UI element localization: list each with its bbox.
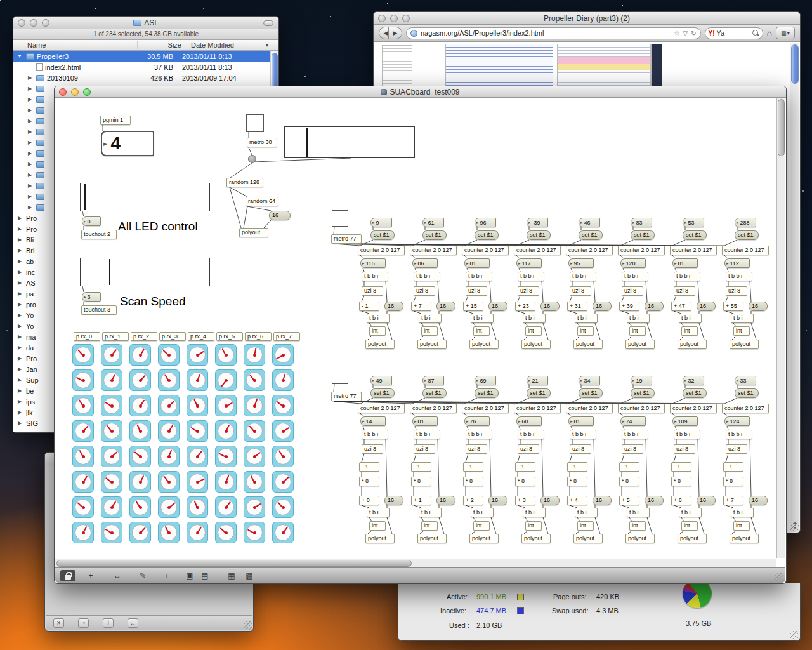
polyout-object[interactable]: polyout (417, 534, 447, 543)
dial-control[interactable] (187, 420, 208, 442)
math-object[interactable]: + 1 (411, 496, 431, 505)
sixteen-message[interactable]: 16 (645, 496, 664, 505)
chain-number-box[interactable]: ▸95 (568, 258, 594, 268)
sixteen-message[interactable]: 16 (697, 496, 716, 505)
dial-control[interactable] (244, 471, 265, 493)
polyout-object[interactable]: polyout (469, 534, 499, 543)
trigger-bbi-object[interactable]: t b b i (466, 272, 492, 281)
url-text[interactable]: nagasm.org/ASL/Propeller3/index2.html (421, 29, 671, 37)
dial-control[interactable] (187, 395, 208, 416)
counter-object[interactable]: counter 2 0 127 (566, 246, 613, 255)
bookmark-star-icon[interactable]: ☆ (674, 30, 679, 37)
disclosure-triangle-icon[interactable]: ▶ (16, 215, 23, 221)
math-object[interactable]: - 1 (515, 462, 535, 472)
int-object[interactable]: int (577, 521, 594, 531)
math-object[interactable]: * 8 (619, 477, 639, 486)
presentation-button[interactable]: ▣ (182, 570, 197, 581)
math-object[interactable]: - 1 (359, 302, 379, 311)
set-message[interactable]: set $1 (579, 388, 603, 398)
set-message[interactable]: set $1 (422, 388, 447, 398)
trigger-bi-object[interactable]: t b i (679, 508, 702, 517)
dial-control[interactable] (272, 369, 294, 391)
set-message[interactable]: set $1 (527, 230, 551, 240)
int-object[interactable]: int (525, 521, 542, 531)
dial-control[interactable] (158, 420, 180, 442)
disclosure-triangle-icon[interactable]: ▶ (16, 377, 23, 383)
chain-number-box[interactable]: ▸83 (631, 218, 652, 227)
counter-object[interactable]: counter 2 0 127 (514, 404, 561, 413)
uzi-object[interactable]: uzi 8 (726, 286, 747, 296)
disclosure-triangle-icon[interactable]: ▶ (26, 140, 34, 145)
prx-subpatch-object[interactable]: p rx_6 (245, 332, 272, 341)
bang-button[interactable] (332, 210, 348, 227)
math-object[interactable]: - 1 (671, 462, 691, 472)
chain-number-box[interactable]: ▸34 (579, 376, 600, 385)
dial-control[interactable] (187, 344, 208, 366)
set-message[interactable]: set $1 (683, 230, 707, 240)
dial-control[interactable] (187, 446, 208, 467)
resize-grip[interactable] (790, 631, 799, 639)
disclosure-triangle-icon[interactable]: ▶ (26, 118, 34, 124)
trigger-bi-object[interactable]: t b i (367, 314, 390, 323)
math-object[interactable]: * 8 (411, 477, 431, 486)
set-message[interactable]: set $1 (527, 388, 551, 398)
dial-control[interactable] (158, 369, 180, 391)
trigger-bi-object[interactable]: t b i (575, 508, 598, 517)
dial-control[interactable] (101, 471, 122, 493)
math-object[interactable]: + 0 (359, 496, 379, 505)
browser-titlebar[interactable]: Propeller Diary (part3) (2) (374, 12, 800, 25)
dial-control[interactable] (101, 496, 122, 518)
disclosure-triangle-icon[interactable]: ▶ (26, 183, 34, 189)
int-object[interactable]: int (733, 326, 750, 336)
dial-control[interactable] (272, 344, 294, 366)
led-slider[interactable] (80, 183, 210, 211)
trigger-bbi-object[interactable]: t b b i (518, 430, 544, 439)
sixteen-message[interactable]: 16 (749, 496, 768, 505)
counter-object[interactable]: counter 2 0 127 (358, 404, 405, 413)
dial-control[interactable] (72, 522, 94, 543)
sixteen-message[interactable]: 16 (488, 496, 508, 505)
polyout-object[interactable]: polyout (625, 534, 655, 543)
disclosure-triangle-icon[interactable]: ▶ (16, 366, 23, 372)
dial-control[interactable] (158, 496, 180, 518)
finder-titlebar[interactable]: ASL (13, 17, 278, 29)
trigger-bbi-object[interactable]: t b b i (518, 272, 544, 281)
dial-control[interactable] (101, 522, 122, 543)
dial-control[interactable] (272, 420, 294, 442)
math-object[interactable]: + 39 (619, 302, 639, 311)
math-object[interactable]: - 1 (359, 462, 379, 472)
uzi-object[interactable]: uzi 8 (414, 444, 435, 454)
dial-control[interactable] (72, 471, 94, 493)
polyout-object[interactable]: polyout (730, 340, 759, 349)
dial-control[interactable] (215, 395, 237, 416)
trigger-bi-object[interactable]: t b i (419, 314, 442, 323)
chain-number-box[interactable]: ▸81 (464, 258, 490, 268)
set-message[interactable]: set $1 (735, 230, 759, 240)
polyout-object[interactable]: polyout (521, 534, 551, 543)
trigger-bi-object[interactable]: t b i (367, 508, 390, 517)
resize-grip[interactable] (775, 573, 783, 581)
int-object[interactable]: int (421, 326, 438, 336)
touchout-object[interactable]: touchout 2 (81, 230, 117, 239)
trigger-bi-object[interactable]: t b i (575, 314, 598, 323)
max-horizontal-scrollbar[interactable] (55, 559, 776, 567)
disclosure-triangle-icon[interactable]: ▶ (16, 302, 23, 307)
random-object[interactable]: random 64 (246, 197, 278, 206)
dial-control[interactable] (72, 369, 94, 391)
trigger-bbi-object[interactable]: t b b i (570, 272, 596, 281)
trigger-bbi-object[interactable]: t b b i (726, 430, 752, 439)
chain-number-box[interactable]: ▸117 (516, 258, 542, 268)
url-field[interactable]: nagasm.org/ASL/Propeller3/index2.html ☆ … (406, 27, 701, 39)
chain-number-box[interactable]: ▸112 (724, 258, 750, 268)
dial-control[interactable] (129, 496, 151, 518)
trigger-bi-object[interactable]: t b i (419, 508, 442, 517)
sixteen-message[interactable]: 16 (645, 302, 664, 311)
counter-object[interactable]: counter 2 0 127 (514, 246, 561, 255)
disclosure-triangle-icon[interactable]: ▶ (26, 194, 34, 199)
back-button[interactable]: ← (128, 618, 138, 628)
trigger-bbi-object[interactable]: t b b i (674, 272, 700, 281)
counter-object[interactable]: counter 2 0 127 (566, 404, 613, 413)
trigger-bbi-object[interactable]: t b b i (414, 430, 440, 439)
dial-control[interactable] (72, 395, 94, 416)
scrollbar-thumb[interactable] (56, 560, 412, 567)
